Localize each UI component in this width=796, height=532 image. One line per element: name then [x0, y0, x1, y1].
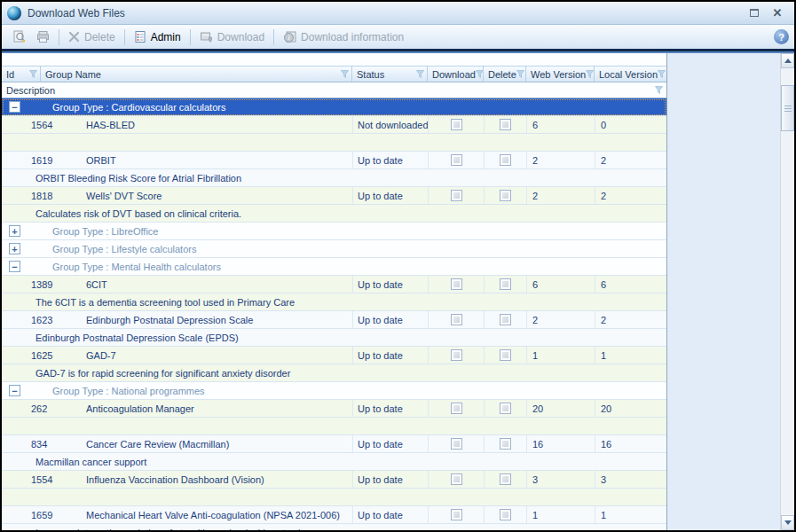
download-checkbox[interactable] — [451, 438, 462, 450]
column-header-group-name[interactable]: Group Name — [41, 66, 352, 82]
group-row[interactable]: +Group Type : LibreOffice — [2, 223, 666, 240]
table-row[interactable]: 13896CITUp to date66 — [2, 276, 666, 293]
delete-checkbox[interactable] — [500, 314, 511, 325]
download-checkbox[interactable] — [451, 349, 462, 361]
download-information-button[interactable]: i Download information — [278, 28, 409, 46]
arrow-down-icon — [784, 520, 792, 525]
table-row[interactable]: 262Anticoagulation ManagerUp to date2020 — [2, 400, 666, 418]
table-row[interactable]: 1564HAS-BLEDNot downloaded60 — [2, 116, 666, 134]
table-row[interactable]: 1623Edinburgh Postnatal Depression Scale… — [2, 311, 666, 329]
cell-id: 1623 — [2, 311, 86, 328]
filter-icon[interactable] — [655, 86, 663, 94]
download-checkbox[interactable] — [451, 119, 462, 130]
scroll-up-button[interactable] — [781, 53, 794, 68]
filter-icon[interactable] — [416, 70, 424, 78]
cell-local-version: 6 — [595, 276, 666, 293]
collapse-icon[interactable]: − — [9, 101, 20, 113]
column-header-local-version[interactable]: Local Version — [595, 66, 666, 82]
description-row[interactable]: The 6CIT is a dementia screening tool us… — [2, 293, 666, 311]
description-row[interactable] — [2, 418, 666, 435]
download-checkbox[interactable] — [451, 314, 462, 325]
delete-checkbox[interactable] — [500, 403, 511, 414]
table-row[interactable]: 1659Mechanical Heart Valve Anti-coagulat… — [2, 506, 666, 524]
cell-status: Up to date — [352, 400, 428, 417]
filter-icon[interactable] — [341, 70, 349, 78]
column-header-download[interactable]: Download — [428, 66, 484, 82]
description-row[interactable]: Calculates risk of DVT based on clinical… — [2, 205, 666, 223]
column-header-id[interactable]: Id — [2, 66, 41, 82]
description-row[interactable]: Macmillan cancer support — [2, 453, 666, 471]
download-checkbox[interactable] — [451, 509, 462, 520]
expand-icon[interactable]: + — [9, 243, 20, 254]
delete-checkbox[interactable] — [500, 438, 511, 450]
delete-checkbox[interactable] — [500, 278, 511, 290]
scrollbar-thumb[interactable] — [781, 85, 794, 131]
table-row[interactable]: 1625GAD-7Up to date11 — [2, 347, 666, 364]
scroll-down-button[interactable] — [781, 515, 794, 530]
cell-local-version: 3 — [595, 471, 666, 488]
filter-icon[interactable] — [586, 70, 594, 78]
cell-group-name: ORBIT — [86, 152, 352, 168]
admin-button[interactable]: Admin — [129, 27, 186, 46]
download-checkbox[interactable] — [451, 154, 462, 166]
delete-checkbox[interactable] — [500, 349, 511, 361]
download-button[interactable]: Download — [194, 28, 270, 46]
cell-delete — [484, 152, 526, 168]
collapse-icon[interactable]: − — [9, 385, 20, 396]
description-row[interactable]: Edinburgh Postnatal Depression Scale (EP… — [2, 329, 666, 347]
delete-button[interactable]: Delete — [63, 28, 121, 46]
filter-icon[interactable] — [658, 70, 666, 78]
filter-icon[interactable] — [476, 70, 484, 78]
help-button[interactable]: ? — [774, 29, 789, 44]
description-row[interactable] — [2, 134, 666, 152]
description-row[interactable]: ORBIT Bleeding Risk Score for Atrial Fib… — [2, 169, 666, 187]
print-button[interactable] — [31, 27, 55, 46]
download-checkbox[interactable] — [451, 278, 462, 290]
print-icon — [36, 30, 50, 43]
cell-group-name: 6CIT — [86, 276, 352, 293]
delete-checkbox[interactable] — [500, 509, 511, 520]
column-header-web-version[interactable]: Web Version — [526, 66, 595, 82]
filter-icon[interactable] — [516, 70, 524, 78]
cell-local-version: 2 — [595, 311, 666, 328]
column-header-delete[interactable]: Delete — [484, 66, 526, 82]
download-information-button-label: Download information — [301, 31, 404, 43]
description-row[interactable] — [2, 489, 666, 506]
filter-icon[interactable] — [29, 70, 37, 78]
group-row[interactable]: −Group Type : Mental Health calculators — [2, 258, 666, 276]
print-preview-button[interactable] — [7, 27, 31, 46]
group-row[interactable]: −Group Type : Cardiovascular calculators — [2, 98, 666, 116]
table-row[interactable]: 1619ORBITUp to date22 — [2, 152, 666, 169]
download-checkbox[interactable] — [451, 403, 462, 414]
group-row[interactable]: +Group Type : Lifestyle calculators — [2, 240, 666, 258]
cell-local-version: 2 — [595, 187, 666, 204]
download-checkbox[interactable] — [451, 190, 462, 201]
expand-icon[interactable]: + — [9, 225, 20, 237]
column-header-row: Id Group Name Status Download Delete Web… — [2, 66, 666, 82]
description-row[interactable]: Inappropriate anticoagulation of pts wit… — [2, 524, 666, 530]
close-button[interactable]: ✕ — [768, 5, 787, 20]
maximize-button[interactable] — [745, 5, 764, 20]
column-header-label: Group Name — [45, 69, 101, 80]
cell-web-version: 2 — [526, 311, 595, 328]
admin-note-icon — [134, 30, 146, 43]
description-row[interactable]: GAD-7 is for rapid screening for signifi… — [2, 364, 666, 382]
delete-checkbox[interactable] — [500, 154, 511, 166]
table-row[interactable]: 1554Influenza Vaccination Dashboard (Vis… — [2, 471, 666, 489]
delete-checkbox[interactable] — [500, 190, 511, 201]
table-row[interactable]: 834Cancer Care Review (Macmillan)Up to d… — [2, 435, 666, 453]
cell-id: 1659 — [2, 506, 86, 523]
delete-checkbox[interactable] — [500, 119, 511, 130]
column-header-status[interactable]: Status — [352, 66, 428, 82]
data-grid: Id Group Name Status Download Delete Web… — [2, 53, 667, 530]
vertical-scrollbar[interactable] — [780, 53, 794, 530]
delete-checkbox[interactable] — [500, 473, 511, 485]
download-info-icon: i — [283, 31, 296, 43]
group-row[interactable]: −Group Type : National programmes — [2, 382, 666, 400]
cell-status: Up to date — [352, 311, 428, 328]
table-row[interactable]: 1818Wells' DVT ScoreUp to date22 — [2, 187, 666, 205]
collapse-icon[interactable]: − — [9, 261, 20, 272]
description-header-row[interactable]: Description — [2, 82, 666, 98]
cell-web-version: 6 — [526, 116, 595, 133]
download-checkbox[interactable] — [451, 473, 462, 485]
